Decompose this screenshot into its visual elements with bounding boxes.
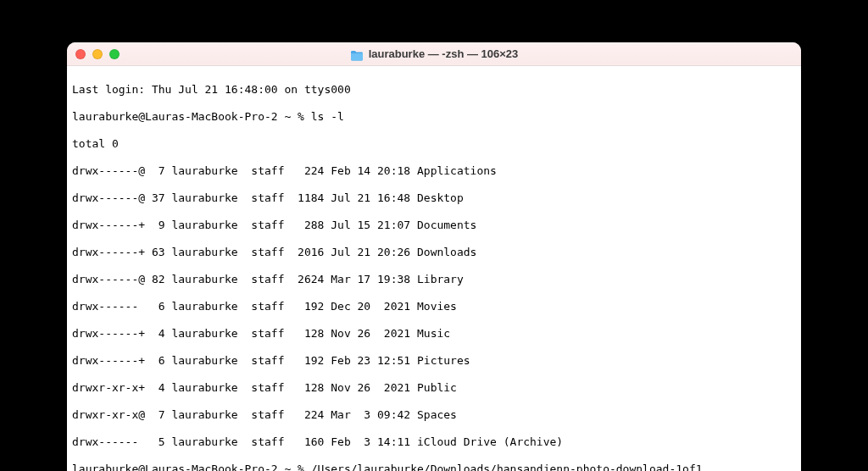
titlebar[interactable]: lauraburke — -zsh — 106×23: [67, 42, 801, 66]
window-title: lauraburke — -zsh — 106×23: [369, 47, 519, 60]
ls-row: drwx------+ 9 lauraburke staff 288 Jul 1…: [72, 219, 796, 232]
maximize-button[interactable]: [109, 49, 120, 59]
prompt-line-1: lauraburke@Lauras-MacBook-Pro-2 ~ % ls -…: [72, 110, 796, 124]
prompt-line-2: lauraburke@Lauras-MacBook-Pro-2 ~ % /Use…: [72, 463, 796, 471]
terminal-body[interactable]: Last login: Thu Jul 21 16:48:00 on ttys0…: [67, 66, 801, 471]
ls-row: drwx------@ 82 lauraburke staff 2624 Mar…: [72, 273, 796, 286]
minimize-button[interactable]: [92, 49, 103, 59]
ls-row: drwx------@ 37 lauraburke staff 1184 Jul…: [72, 191, 796, 205]
ls-row: drwx------ 5 lauraburke staff 160 Feb 3 …: [72, 435, 796, 449]
total-line: total 0: [72, 137, 796, 151]
ls-row: drwx------ 6 lauraburke staff 192 Dec 20…: [72, 300, 796, 313]
ls-row: drwx------+ 63 lauraburke staff 2016 Jul…: [72, 246, 796, 259]
ls-row: drwx------+ 4 lauraburke staff 128 Nov 2…: [72, 327, 796, 341]
folder-icon: [350, 48, 364, 59]
traffic-lights: [75, 49, 120, 59]
ls-row: drwx------+ 6 lauraburke staff 192 Feb 2…: [72, 354, 796, 368]
terminal-window: lauraburke — -zsh — 106×23 Last login: T…: [67, 42, 801, 471]
ls-row: drwxr-xr-x+ 4 lauraburke staff 128 Nov 2…: [72, 381, 796, 395]
ls-row: drwxr-xr-x@ 7 lauraburke staff 224 Mar 3…: [72, 408, 796, 422]
title-wrap: lauraburke — -zsh — 106×23: [67, 47, 801, 60]
last-login-line: Last login: Thu Jul 21 16:48:00 on ttys0…: [72, 83, 796, 97]
ls-row: drwx------@ 7 lauraburke staff 224 Feb 1…: [72, 164, 796, 178]
close-button[interactable]: [75, 49, 86, 59]
